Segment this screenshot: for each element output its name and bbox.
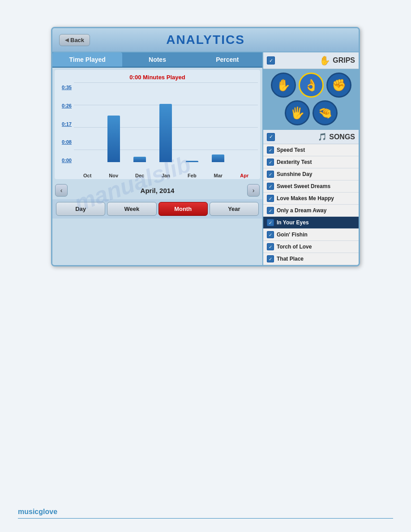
song-item-6[interactable]: ✓In Your Eyes: [263, 217, 359, 229]
bar-mar: [212, 154, 224, 162]
period-btn-month[interactable]: Month: [158, 202, 208, 216]
hand-icon: ✋: [319, 55, 330, 66]
back-button[interactable]: Back: [59, 34, 90, 46]
nav-next-button[interactable]: ›: [247, 184, 260, 197]
y-label-4: 0:00: [59, 158, 72, 163]
chart-area: 0:35 0:26 0:17 0:08 0:00: [57, 82, 258, 172]
song-name-4: Love Makes Me Happy: [277, 195, 334, 202]
song-name-5: Only a Dream Away: [277, 207, 326, 214]
bar-group-feb[interactable]: [181, 82, 203, 162]
song-checkbox-1[interactable]: ✓: [267, 159, 274, 166]
chart-y-axis: 0:35 0:26 0:17 0:08 0:00: [57, 82, 74, 172]
bar-group-apr[interactable]: [233, 82, 256, 162]
song-checkbox-0[interactable]: ✓: [267, 146, 274, 154]
song-checkbox-5[interactable]: ✓: [267, 207, 274, 214]
footer-line: [18, 518, 393, 519]
bar-jan: [159, 104, 172, 163]
x-label-dec: Dec: [128, 172, 151, 179]
period-btn-day[interactable]: Day: [56, 202, 105, 216]
app-container: Back ANALYTICS Time Played Notes Percent…: [51, 27, 360, 266]
chart-panel: Time Played Notes Percent 0:00 Minutes P…: [52, 52, 262, 265]
song-name-7: Goin' Fishin: [277, 232, 308, 238]
bar-group-nov[interactable]: [102, 82, 124, 162]
grip-fist[interactable]: ✊: [326, 73, 351, 98]
song-checkbox-4[interactable]: ✓: [267, 195, 274, 202]
song-checkbox-2[interactable]: ✓: [267, 171, 274, 178]
x-label-jan: Jan: [154, 172, 177, 179]
song-item-0[interactable]: ✓Speed Test: [263, 144, 359, 156]
song-item-7[interactable]: ✓Goin' Fishin: [263, 229, 359, 241]
song-item-1[interactable]: ✓Dexterity Test: [263, 156, 359, 168]
y-label-3: 0:08: [59, 139, 72, 145]
x-labels: OctNovDecJanFebMarApr: [57, 172, 258, 179]
footer-brand: musicglove: [18, 508, 393, 516]
bar-group-oct[interactable]: [76, 82, 98, 162]
grips-title: ✋ GRIPS: [275, 55, 355, 66]
app-title: ANALYTICS: [166, 33, 245, 47]
grip-ok[interactable]: 👌: [299, 73, 324, 98]
song-item-3[interactable]: ✓Sweet Sweet Dreams: [263, 180, 359, 193]
song-list: ✓Speed Test✓Dexterity Test✓Sunshine Day✓…: [263, 144, 359, 265]
nav-row: ‹ April, 2014 ›: [52, 181, 262, 199]
page-footer: musicglove: [18, 508, 393, 519]
bar-feb: [186, 161, 198, 162]
chart-subtitle: 0:00 Minutes Played: [57, 72, 258, 82]
x-label-mar: Mar: [207, 172, 229, 179]
bar-group-mar[interactable]: [207, 82, 229, 162]
song-name-0: Speed Test: [277, 147, 305, 153]
song-item-2[interactable]: ✓Sunshine Day: [263, 168, 359, 180]
period-btn-week[interactable]: Week: [107, 202, 156, 216]
grip-open[interactable]: 🖐: [285, 100, 310, 125]
song-item-4[interactable]: ✓Love Makes Me Happy: [263, 193, 359, 205]
grips-checkbox[interactable]: ✓: [267, 56, 275, 64]
song-name-1: Dexterity Test: [277, 159, 312, 165]
chart-tabs: Time Played Notes Percent: [52, 52, 262, 68]
song-name-9: That Place: [277, 256, 304, 262]
bar-group-dec[interactable]: [128, 82, 151, 162]
songs-label: SONGS: [329, 133, 355, 141]
y-label-1: 0:26: [59, 103, 72, 108]
song-checkbox-7[interactable]: ✓: [267, 231, 274, 238]
tab-percent[interactable]: Percent: [193, 52, 262, 67]
song-item-5[interactable]: ✓Only a Dream Away: [263, 205, 359, 217]
x-label-apr: Apr: [233, 172, 256, 179]
song-checkbox-9[interactable]: ✓: [267, 255, 274, 262]
grips-label: GRIPS: [333, 56, 355, 64]
period-row: DayWeekMonthYear: [52, 199, 262, 219]
chart-grid: [74, 82, 258, 172]
music-icon: 🎵: [318, 133, 327, 141]
grip-palm[interactable]: ✋: [271, 73, 296, 98]
nav-prev-button[interactable]: ‹: [55, 184, 68, 197]
y-label-0: 0:35: [59, 85, 72, 90]
bar-nov: [107, 116, 120, 162]
songs-title-area: 🎵 SONGS: [275, 133, 355, 141]
songs-header: ✓ 🎵 SONGS: [263, 129, 359, 144]
x-label-oct: Oct: [76, 172, 98, 179]
chart-container: 0:00 Minutes Played 0:35 0:26 0:17 0:08 …: [55, 70, 260, 179]
x-label-feb: Feb: [181, 172, 203, 179]
songs-checkbox[interactable]: ✓: [267, 133, 275, 141]
nav-label: April, 2014: [72, 187, 243, 194]
period-btn-year[interactable]: Year: [210, 202, 259, 216]
x-label-nov: Nov: [102, 172, 124, 179]
grips-header: ✓ ✋ GRIPS: [263, 52, 359, 69]
chart-bars-area: [74, 82, 258, 172]
song-name-8: Torch of Love: [277, 244, 312, 250]
song-checkbox-8[interactable]: ✓: [267, 243, 274, 250]
y-label-2: 0:17: [59, 121, 72, 127]
tab-time-played[interactable]: Time Played: [52, 52, 122, 67]
song-checkbox-6[interactable]: ✓: [267, 219, 274, 226]
right-panel: ✓ ✋ GRIPS ✋ 👌 ✊ 🖐 🤏 ✓: [262, 52, 359, 265]
song-name-6: In Your Eyes: [277, 219, 309, 226]
app-header: Back ANALYTICS: [52, 28, 359, 52]
song-name-2: Sunshine Day: [277, 171, 312, 177]
song-checkbox-3[interactable]: ✓: [267, 183, 274, 190]
grips-icons-area: ✋ 👌 ✊ 🖐 🤏: [263, 69, 359, 129]
tab-notes[interactable]: Notes: [122, 52, 192, 67]
song-item-8[interactable]: ✓Torch of Love: [263, 241, 359, 253]
bar-group-jan[interactable]: [154, 82, 177, 162]
song-item-9[interactable]: ✓That Place: [263, 253, 359, 265]
app-body: Time Played Notes Percent 0:00 Minutes P…: [52, 52, 359, 265]
grip-pinch[interactable]: 🤏: [313, 100, 338, 125]
bar-dec: [133, 157, 146, 162]
